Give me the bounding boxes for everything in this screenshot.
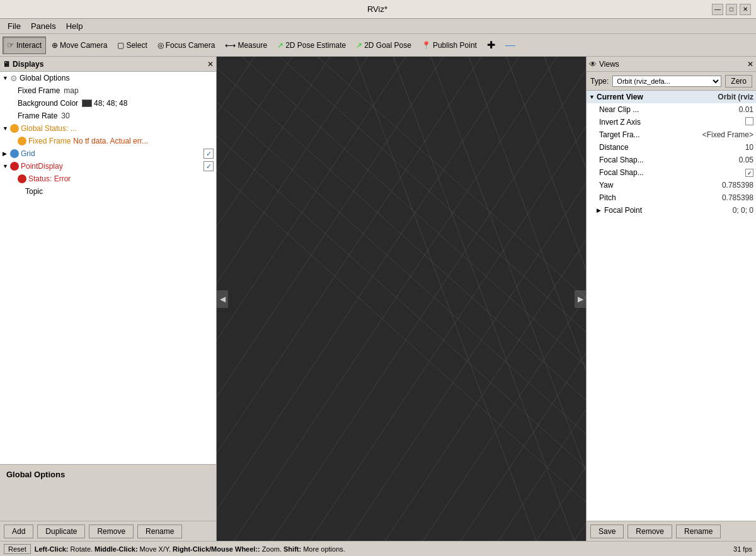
publish-point-button[interactable]: 📍 Publish Point (417, 37, 481, 54)
displays-panel: 🖥 Displays ✕ ▼ ⚙ Global Options Fixed Fr… (0, 57, 217, 541)
focal-shape-checkbox[interactable] (745, 169, 753, 177)
tree-item-global-status[interactable]: ▼ Global Status: ... (0, 122, 216, 135)
reset-button[interactable]: Reset (4, 544, 31, 554)
displays-panel-header: 🖥 Displays ✕ (0, 57, 216, 72)
menu-file[interactable]: File (3, 20, 26, 32)
focus-camera-button[interactable]: ◎ Focus Camera (153, 37, 220, 54)
displays-panel-close[interactable]: ✕ (207, 60, 214, 69)
svg-rect-0 (217, 57, 586, 541)
viewport-right-arrow[interactable]: ▶ (575, 290, 586, 308)
global-options-label: Global Options (0, 465, 216, 484)
tree-item-frame-rate[interactable]: Frame Rate 30 (0, 110, 216, 122)
displays-bottom-buttons: Add Duplicate Remove Rename (0, 521, 216, 541)
focal-point-arrow: ▶ (597, 207, 604, 213)
point-display-arrow[interactable]: ▼ (3, 163, 10, 169)
statusbar-text: Left-Click: Rotate. Middle-Click: Move X… (35, 545, 345, 553)
ff-status-icon (18, 137, 26, 145)
views-row-invert-z[interactable]: Invert Z Axis (587, 116, 756, 128)
titlebar: RViz* — □ ✕ (0, 0, 756, 19)
views-row-pitch[interactable]: Pitch 0.785398 (587, 191, 756, 204)
zero-button[interactable]: Zero (725, 75, 752, 88)
viewport-left-arrow[interactable]: ◀ (217, 290, 228, 308)
pose-estimate-button[interactable]: ↗ 2D Pose Estimate (273, 37, 350, 54)
views-panel-close[interactable]: ✕ (747, 60, 753, 69)
tree-item-grid[interactable]: ▶ Grid (0, 147, 216, 160)
main-layout: 🖥 Displays ✕ ▼ ⚙ Global Options Fixed Fr… (0, 57, 756, 541)
tree-item-ff-status[interactable]: Fixed Frame No tf data. Actual err... (0, 135, 216, 147)
point-display-checkbox[interactable] (203, 161, 214, 171)
close-button[interactable]: ✕ (740, 4, 751, 15)
global-options-section: Global Options (0, 464, 216, 521)
status-error-icon (18, 174, 26, 183)
tree-item-point-display[interactable]: ▼ PointDisplay (0, 160, 216, 173)
window-title: RViz* (43, 4, 712, 14)
viewport[interactable]: ◀ ▶ (217, 57, 586, 541)
move-camera-icon: ⊕ (52, 41, 58, 50)
window-controls: — □ ✕ (712, 4, 751, 15)
views-row-focal-shape-1[interactable]: Focal Shap... 0.05 (587, 154, 756, 166)
publish-point-icon: 📍 (421, 41, 431, 50)
bg-color-swatch (82, 99, 92, 107)
invert-z-checkbox[interactable] (745, 117, 753, 125)
views-bottom-buttons: Save Remove Rename (587, 521, 756, 541)
focus-camera-icon: ◎ (158, 41, 164, 50)
point-display-icon (10, 162, 19, 171)
tree-item-global-options[interactable]: ▼ ⚙ Global Options (0, 72, 216, 84)
displays-panel-title: 🖥 Displays (3, 60, 43, 69)
grid-checkbox[interactable] (203, 149, 214, 159)
views-type-select[interactable]: Orbit (rviz_defa... (612, 76, 721, 87)
select-icon: ▢ (117, 41, 124, 50)
tree-item-topic[interactable]: Topic (0, 185, 216, 198)
move-camera-button[interactable]: ⊕ Move Camera (47, 37, 112, 54)
minus-toolbar-button[interactable]: — (501, 37, 520, 54)
global-options-arrow[interactable]: ▼ (3, 75, 10, 81)
grid-arrow[interactable]: ▶ (3, 150, 10, 157)
views-type-row: Type: Orbit (rviz_defa... Zero (587, 72, 756, 91)
views-row-target-frame[interactable]: Target Fra... <Fixed Frame> (587, 128, 756, 141)
tree-item-fixed-frame[interactable]: Fixed Frame map (0, 84, 216, 97)
select-button[interactable]: ▢ Select (113, 37, 151, 54)
remove-display-button[interactable]: Remove (89, 525, 134, 538)
tree-item-status-error[interactable]: Status: Error (0, 173, 216, 185)
views-tree: ▼ Current View Orbit (rviz Near Clip ...… (587, 91, 756, 521)
displays-tree: ▼ ⚙ Global Options Fixed Frame map Backg… (0, 72, 216, 464)
current-view-arrow: ▼ (589, 94, 597, 100)
views-row-focal-point[interactable]: ▶ Focal Point 0; 0; 0 (587, 204, 756, 217)
views-type-label: Type: (590, 77, 609, 86)
toolbar: ☞ Interact ⊕ Move Camera ▢ Select ◎ Focu… (0, 34, 756, 57)
panel-icon: 🖥 (3, 60, 10, 69)
measure-icon: ⟷ (225, 41, 236, 50)
global-status-arrow[interactable]: ▼ (3, 125, 10, 132)
fps-display: 31 fps (733, 545, 752, 553)
menu-panels[interactable]: Panels (26, 20, 61, 32)
rename-display-button[interactable]: Rename (137, 525, 182, 538)
remove-view-button[interactable]: Remove (627, 525, 672, 538)
add-toolbar-button[interactable]: ✚ (483, 37, 500, 54)
views-row-focal-shape-2[interactable]: Focal Shap... (587, 166, 756, 179)
minimize-button[interactable]: — (712, 4, 723, 15)
views-panel-header: 👁 Views ✕ (587, 57, 756, 72)
grid-view (217, 57, 586, 541)
interact-icon: ☞ (7, 40, 14, 50)
views-row-distance[interactable]: Distance 10 (587, 141, 756, 154)
views-panel-icon: 👁 (589, 60, 597, 69)
goal-pose-button[interactable]: ↗ 2D Goal Pose (352, 37, 416, 54)
menubar: File Panels Help (0, 19, 756, 34)
add-button[interactable]: Add (4, 525, 33, 538)
views-row-yaw[interactable]: Yaw 0.785398 (587, 179, 756, 191)
goal-pose-icon: ↗ (356, 41, 362, 50)
duplicate-button[interactable]: Duplicate (37, 525, 85, 538)
statusbar: Reset Left-Click: Rotate. Middle-Click: … (0, 541, 756, 556)
gear-icon: ⚙ (10, 74, 18, 83)
global-status-icon (10, 124, 19, 133)
measure-button[interactable]: ⟷ Measure (220, 37, 272, 54)
views-row-near-clip[interactable]: Near Clip ... 0.01 (587, 103, 756, 116)
save-view-button[interactable]: Save (590, 525, 624, 538)
views-row-current-view[interactable]: ▼ Current View Orbit (rviz (587, 91, 756, 103)
tree-item-bg-color[interactable]: Background Color 48; 48; 48 (0, 97, 216, 110)
rename-view-button[interactable]: Rename (676, 525, 721, 538)
menu-help[interactable]: Help (61, 20, 88, 32)
maximize-button[interactable]: □ (726, 4, 737, 15)
views-panel: 👁 Views ✕ Type: Orbit (rviz_defa... Zero… (586, 57, 756, 541)
interact-button[interactable]: ☞ Interact (3, 37, 46, 54)
